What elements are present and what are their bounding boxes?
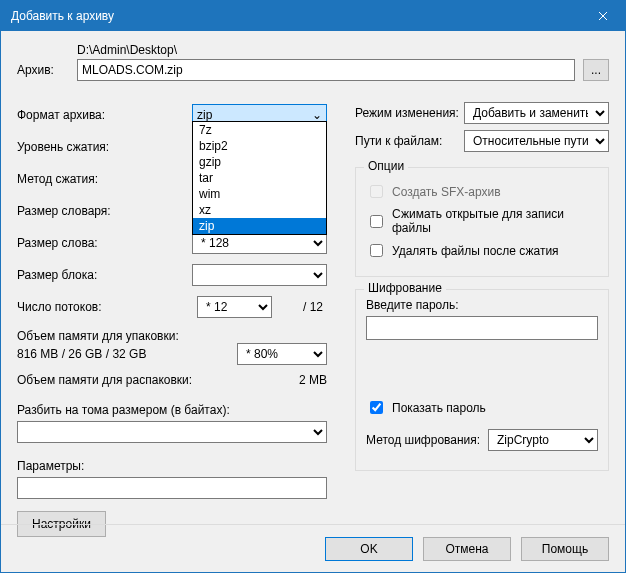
format-option-gzip[interactable]: gzip	[193, 154, 326, 170]
chevron-down-icon: ⌄	[312, 108, 322, 122]
format-option-tar[interactable]: tar	[193, 170, 326, 186]
sfx-checkbox: Создать SFX-архив	[366, 182, 598, 201]
left-column: Формат архива: zip ⌄ 7zbzip2gziptarwimxz…	[17, 99, 327, 537]
paths-select[interactable]: Относительные пути	[464, 130, 609, 152]
block-label: Размер блока:	[17, 268, 192, 282]
help-button[interactable]: Помощь	[521, 537, 609, 561]
block-select[interactable]	[192, 264, 327, 286]
enc-method-select[interactable]: ZipCrypto	[488, 429, 598, 451]
mode-select[interactable]: Добавить и заменить	[464, 102, 609, 124]
archive-label: Архив:	[17, 63, 77, 77]
cancel-button[interactable]: Отмена	[423, 537, 511, 561]
split-label: Разбить на тома размером (в байтах):	[17, 403, 327, 417]
method-label: Метод сжатия:	[17, 172, 192, 186]
format-option-zip[interactable]: zip	[193, 218, 326, 234]
password-input[interactable]	[366, 316, 598, 340]
format-option-xz[interactable]: xz	[193, 202, 326, 218]
show-password-checkbox[interactable]: Показать пароль	[366, 398, 598, 417]
format-option-7z[interactable]: 7z	[193, 122, 326, 138]
password-label: Введите пароль:	[366, 298, 598, 312]
titlebar: Добавить к архиву	[1, 1, 625, 31]
encryption-group: Шифрование Введите пароль: Показать паро…	[355, 289, 609, 471]
compress-open-checkbox[interactable]: Сжимать открытые для записи файлы	[366, 207, 598, 235]
window-title: Добавить к архиву	[11, 9, 581, 23]
mem-pack-label: Объем памяти для упаковки:	[17, 329, 327, 343]
dict-label: Размер словаря:	[17, 204, 192, 218]
mem-percent-select[interactable]: * 80%	[237, 343, 327, 365]
options-group: Опции Создать SFX-архив Сжимать открытые…	[355, 167, 609, 277]
format-dropdown-list[interactable]: 7zbzip2gziptarwimxzzip	[192, 121, 327, 235]
close-icon	[598, 11, 608, 21]
mem-unpack-label: Объем памяти для распаковки:	[17, 373, 247, 387]
threads-max: / 12	[272, 300, 327, 314]
threads-select[interactable]: * 12	[197, 296, 272, 318]
format-option-bzip2[interactable]: bzip2	[193, 138, 326, 154]
level-label: Уровень сжатия:	[17, 140, 192, 154]
archive-name-input[interactable]	[77, 59, 575, 81]
dialog-footer: OK Отмена Помощь	[1, 524, 625, 572]
split-select[interactable]	[17, 421, 327, 443]
mem-pack-value: 816 MB / 26 GB / 32 GB	[17, 347, 237, 361]
close-button[interactable]	[581, 1, 625, 31]
params-input[interactable]	[17, 477, 327, 499]
right-column: Режим изменения: Добавить и заменить Пут…	[355, 99, 609, 537]
enc-method-label: Метод шифрования:	[366, 433, 488, 447]
dialog-content: D:\Admin\Desktop\ Архив: ... Формат архи…	[1, 31, 625, 549]
mode-label: Режим изменения:	[355, 106, 464, 120]
word-label: Размер слова:	[17, 236, 192, 250]
word-select[interactable]: * 128	[192, 232, 327, 254]
browse-button[interactable]: ...	[583, 59, 609, 81]
dialog-window: Добавить к архиву D:\Admin\Desktop\ Архи…	[0, 0, 626, 573]
delete-after-checkbox[interactable]: Удалять файлы после сжатия	[366, 241, 598, 260]
threads-label: Число потоков:	[17, 300, 197, 314]
encryption-legend: Шифрование	[364, 281, 446, 295]
archive-path-text: D:\Admin\Desktop\	[77, 43, 609, 57]
paths-label: Пути к файлам:	[355, 134, 464, 148]
format-label: Формат архива:	[17, 108, 192, 122]
ok-button[interactable]: OK	[325, 537, 413, 561]
mem-unpack-value: 2 MB	[247, 373, 327, 387]
options-legend: Опции	[364, 159, 408, 173]
format-option-wim[interactable]: wim	[193, 186, 326, 202]
params-label: Параметры:	[17, 459, 327, 473]
